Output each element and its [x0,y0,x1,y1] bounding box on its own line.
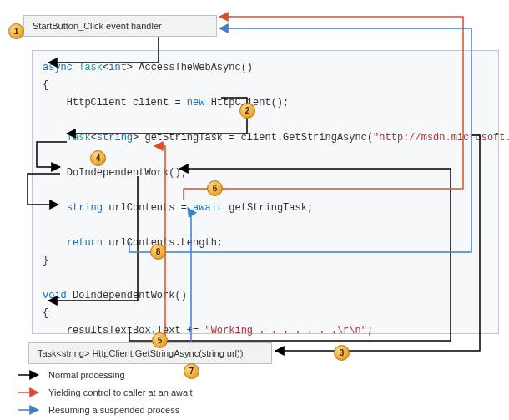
legend-yield-label: Yielding control to caller at an await [48,387,193,397]
badge-2: 2 [239,103,255,119]
code-line-results: resultsTextBox.Text += "Working . . . . … [43,322,485,340]
legend-resume: Resuming a suspended process [18,404,193,416]
legend-arrow-black [18,369,43,381]
badge-8: 8 [150,244,166,260]
box-getstringasync-label: Task<string> HttpClient.GetStringAsync(s… [38,348,243,358]
code-line-await: string urlContents = await getStringTask… [43,200,485,217]
badge-4: 4 [90,150,106,166]
box-getstringasync: Task<string> HttpClient.GetStringAsync(s… [28,342,272,364]
type-task: Task [78,62,103,73]
legend-arrow-red [18,387,43,398]
sig-name: > AccessTheWebAsync() [127,62,253,73]
code-line-sig2: void DoIndependentWork() [43,287,485,305]
legend-normal: Normal processing [18,369,193,381]
code-line-getstringtask: Task<string> getStringTask = client.GetS… [43,129,485,147]
diagram-canvas: StartButton_Click event handler async Ta… [0,0,509,420]
badge-5: 5 [152,332,168,348]
legend-normal-label: Normal processing [48,370,125,380]
code-brace2-open: { [43,305,485,322]
legend-resume-label: Resuming a suspended process [48,405,179,415]
legend-yield: Yielding control to caller at an await [18,387,193,398]
kw-int: int [108,62,127,73]
kw-async: async [43,62,73,73]
code-line-return: return urlContents.Length; [43,235,485,252]
legend-arrow-blue [18,404,43,416]
code-line-1: async Task<int> AccessTheWebAsync() [43,59,485,77]
code-line-client: HttpClient client = new HttpClient(); [43,94,485,112]
code-brace-close: } [43,252,485,270]
badge-6: 6 [207,180,223,196]
box-startbutton-click: StartButton_Click event handler [23,15,217,37]
badge-3: 3 [334,345,350,361]
code-line-doindependent: DoIndependentWork(); [43,164,485,182]
box-startbutton-label: StartButton_Click event handler [33,21,162,31]
legend: Normal processing Yielding control to ca… [18,369,193,420]
code-brace-open: { [43,77,485,94]
code-panel: async Task<int> AccessTheWebAsync() { Ht… [32,50,499,334]
badge-1: 1 [8,23,24,39]
